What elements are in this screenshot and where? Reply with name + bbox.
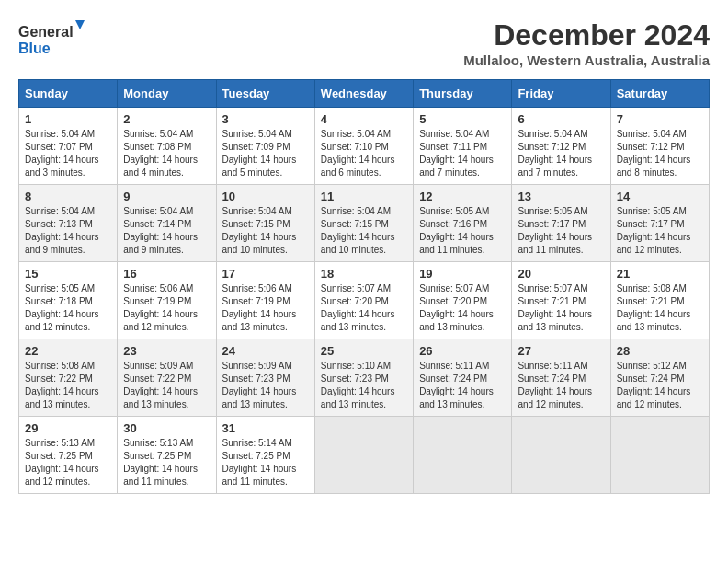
day-sunset: Sunset: 7:17 PM [518,219,586,229]
calendar-day-cell: 9 Sunrise: 5:04 AM Sunset: 7:14 PM Dayli… [118,185,216,262]
day-daylight: Daylight: 14 hours and 13 minutes. [222,386,297,409]
day-sunrise: Sunrise: 5:04 AM [617,129,687,139]
day-daylight: Daylight: 14 hours and 8 minutes. [617,155,691,178]
calendar-day-cell: 29 Sunrise: 5:13 AM Sunset: 7:25 PM Dayl… [19,417,118,494]
day-number: 11 [321,190,407,203]
calendar-day-cell: 18 Sunrise: 5:07 AM Sunset: 7:20 PM Dayl… [314,262,413,339]
day-number: 4 [321,112,407,126]
day-daylight: Daylight: 14 hours and 7 minutes. [419,155,494,178]
day-daylight: Daylight: 14 hours and 12 minutes. [25,464,99,487]
day-sunrise: Sunrise: 5:13 AM [25,438,95,448]
day-sunrise: Sunrise: 5:09 AM [222,361,292,371]
day-daylight: Daylight: 14 hours and 13 minutes. [419,386,494,409]
calendar-body: 1 Sunrise: 5:04 AM Sunset: 7:07 PM Dayli… [19,108,710,494]
day-daylight: Daylight: 14 hours and 7 minutes. [518,155,592,178]
day-number: 27 [518,344,604,358]
day-sunset: Sunset: 7:21 PM [518,296,586,306]
day-sunrise: Sunrise: 5:14 AM [222,438,292,448]
calendar-day-cell: 20 Sunrise: 5:07 AM Sunset: 7:21 PM Dayl… [512,262,610,339]
calendar-day-cell: 4 Sunrise: 5:04 AM Sunset: 7:10 PM Dayli… [314,108,413,185]
day-daylight: Daylight: 14 hours and 10 minutes. [222,232,297,255]
day-number: 29 [25,421,111,435]
day-daylight: Daylight: 14 hours and 12 minutes. [617,232,691,255]
day-number: 1 [25,112,111,126]
day-sunset: Sunset: 7:22 PM [25,373,93,384]
day-sunset: Sunset: 7:20 PM [321,296,389,306]
day-sunset: Sunset: 7:23 PM [321,373,389,384]
day-number: 2 [123,112,210,126]
day-daylight: Daylight: 14 hours and 11 minutes. [123,464,198,487]
day-number: 26 [419,344,506,358]
day-sunset: Sunset: 7:21 PM [617,296,685,306]
day-number: 13 [518,190,604,203]
day-sunset: Sunset: 7:19 PM [123,296,191,306]
day-sunrise: Sunrise: 5:04 AM [518,129,587,139]
day-sunset: Sunset: 7:23 PM [222,373,290,384]
calendar-day-cell: 5 Sunrise: 5:04 AM Sunset: 7:11 PM Dayli… [414,108,512,185]
logo: General Blue [18,18,92,60]
day-sunrise: Sunrise: 5:06 AM [123,283,193,293]
calendar-day-cell: 12 Sunrise: 5:05 AM Sunset: 7:16 PM Dayl… [414,185,512,262]
day-number: 15 [25,267,111,281]
calendar-day-cell [414,417,512,494]
calendar-header-row: SundayMondayTuesdayWednesdayThursdayFrid… [19,80,710,108]
day-sunset: Sunset: 7:24 PM [518,373,586,384]
day-sunrise: Sunrise: 5:13 AM [123,438,193,448]
day-sunset: Sunset: 7:11 PM [419,142,487,152]
month-title: December 2024 [463,18,710,52]
day-sunrise: Sunrise: 5:07 AM [518,283,587,293]
day-sunrise: Sunrise: 5:07 AM [321,283,391,293]
day-sunset: Sunset: 7:12 PM [617,142,685,152]
day-sunrise: Sunrise: 5:07 AM [419,283,489,293]
calendar-day-cell: 10 Sunrise: 5:04 AM Sunset: 7:15 PM Dayl… [216,185,314,262]
day-daylight: Daylight: 14 hours and 13 minutes. [321,309,395,332]
day-number: 6 [518,112,604,126]
day-sunset: Sunset: 7:25 PM [222,451,290,461]
calendar-day-cell [610,417,709,494]
day-daylight: Daylight: 14 hours and 10 minutes. [321,232,395,255]
day-daylight: Daylight: 14 hours and 11 minutes. [419,232,494,255]
day-number: 21 [617,267,703,281]
day-number: 31 [222,421,309,435]
day-sunrise: Sunrise: 5:09 AM [123,361,193,371]
day-daylight: Daylight: 14 hours and 9 minutes. [123,232,198,255]
calendar-day-cell: 13 Sunrise: 5:05 AM Sunset: 7:17 PM Dayl… [512,185,610,262]
calendar-day-cell [314,417,413,494]
day-number: 28 [617,344,703,358]
svg-marker-2 [75,20,85,29]
day-sunset: Sunset: 7:10 PM [321,142,389,152]
day-sunset: Sunset: 7:25 PM [25,451,93,461]
day-daylight: Daylight: 14 hours and 9 minutes. [25,232,99,255]
day-sunset: Sunset: 7:12 PM [518,142,586,152]
day-sunset: Sunset: 7:16 PM [419,219,487,229]
day-sunset: Sunset: 7:08 PM [123,142,191,152]
calendar-week-row: 1 Sunrise: 5:04 AM Sunset: 7:07 PM Dayli… [19,108,710,185]
day-sunset: Sunset: 7:15 PM [222,219,290,229]
day-daylight: Daylight: 14 hours and 3 minutes. [25,155,99,178]
day-daylight: Daylight: 14 hours and 11 minutes. [222,464,297,487]
day-number: 17 [222,267,309,281]
day-number: 16 [123,267,210,281]
calendar-day-cell: 19 Sunrise: 5:07 AM Sunset: 7:20 PM Dayl… [414,262,512,339]
day-sunset: Sunset: 7:20 PM [419,296,487,306]
day-number: 22 [25,344,111,358]
calendar-table: SundayMondayTuesdayWednesdayThursdayFrid… [18,79,710,494]
day-sunset: Sunset: 7:07 PM [25,142,93,152]
day-daylight: Daylight: 14 hours and 13 minutes. [25,386,99,409]
logo-svg: General Blue [18,18,92,60]
day-sunrise: Sunrise: 5:11 AM [518,361,587,371]
day-sunrise: Sunrise: 5:04 AM [123,206,193,216]
day-number: 30 [123,421,210,435]
day-daylight: Daylight: 14 hours and 13 minutes. [222,309,297,332]
day-daylight: Daylight: 14 hours and 6 minutes. [321,155,395,178]
day-number: 3 [222,112,309,126]
day-sunrise: Sunrise: 5:04 AM [222,129,292,139]
calendar-week-row: 22 Sunrise: 5:08 AM Sunset: 7:22 PM Dayl… [19,339,710,417]
day-sunset: Sunset: 7:24 PM [419,373,487,384]
day-sunset: Sunset: 7:17 PM [617,219,685,229]
day-sunset: Sunset: 7:24 PM [617,373,685,384]
day-number: 18 [321,267,407,281]
day-sunrise: Sunrise: 5:04 AM [321,129,391,139]
calendar-day-cell: 21 Sunrise: 5:08 AM Sunset: 7:21 PM Dayl… [610,262,709,339]
calendar-day-cell: 30 Sunrise: 5:13 AM Sunset: 7:25 PM Dayl… [118,417,216,494]
